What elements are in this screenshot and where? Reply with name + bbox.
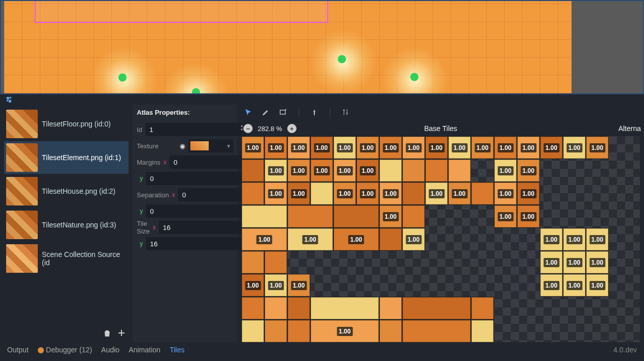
node-handle[interactable] [338, 55, 346, 63]
atlas-tile[interactable]: 1.00 [356, 159, 379, 182]
zoom-in-button[interactable]: + [287, 124, 296, 133]
atlas-tile[interactable]: 1.00 [356, 182, 379, 205]
source-item[interactable]: TilesetHouse.png (id:2) [4, 175, 129, 208]
atlas-tile[interactable] [379, 297, 402, 320]
atlas-tile[interactable] [379, 320, 402, 342]
node-handle[interactable] [410, 73, 418, 81]
atlas-tile[interactable]: 1.00 [425, 182, 448, 205]
atlas-tile[interactable]: 1.00 [517, 182, 540, 205]
viewport-2d[interactable] [0, 0, 644, 94]
atlas-tile[interactable]: 1.00 [494, 136, 517, 159]
select-tool[interactable] [244, 108, 253, 118]
atlas-tile[interactable]: 1.00 [586, 251, 609, 274]
atlas-tile[interactable] [471, 297, 494, 320]
debugger-tab[interactable]: Debugger (12) [38, 346, 92, 354]
atlas-tile[interactable] [402, 159, 425, 182]
atlas-tile[interactable] [241, 320, 264, 342]
atlas-tile[interactable]: 1.00 [471, 136, 494, 159]
atlas-tile[interactable] [402, 182, 425, 205]
settings-tool[interactable] [341, 108, 350, 118]
atlas-tile[interactable]: 1.00 [264, 182, 287, 205]
audio-tab[interactable]: Audio [101, 346, 119, 354]
margins-y-input[interactable]: ▲▼ [146, 172, 246, 185]
atlas-tile[interactable]: 1.00 [540, 136, 563, 159]
atlas-tile[interactable]: 1.00 [356, 136, 379, 159]
tile-h-input[interactable]: ▲▼ [146, 237, 246, 250]
atlas-tile[interactable]: 1.00 [379, 205, 402, 228]
atlas-tile[interactable] [425, 159, 448, 182]
atlas-tile[interactable]: 1.00 [379, 136, 402, 159]
atlas-tile[interactable] [333, 205, 379, 228]
source-item[interactable]: Scene Collection Source (id [4, 242, 129, 275]
atlas-tile[interactable]: 1.00 [540, 274, 563, 297]
texture-picker[interactable]: ▼ [188, 139, 233, 152]
atlas-tile[interactable] [241, 251, 264, 274]
atlas-tile[interactable]: 1.00 [333, 182, 356, 205]
atlas-tile[interactable]: 1.00 [264, 159, 287, 182]
atlas-tile[interactable]: 1.00 [586, 136, 609, 159]
atlas-tile[interactable]: 1.00 [310, 136, 333, 159]
atlas-tile[interactable] [241, 182, 264, 205]
output-tab[interactable]: Output [7, 346, 29, 354]
atlas-tile[interactable] [402, 320, 471, 342]
atlas-tile[interactable] [287, 297, 310, 320]
atlas-tile[interactable] [264, 320, 287, 342]
atlas-tile[interactable]: 1.00 [586, 274, 609, 297]
atlas-tile[interactable]: 1.00 [448, 182, 471, 205]
atlas-tile[interactable] [241, 205, 287, 228]
atlas-tile[interactable] [241, 159, 264, 182]
atlas-tile[interactable]: 1.00 [241, 274, 264, 297]
atlas-tile[interactable]: 1.00 [379, 182, 402, 205]
atlas-tile[interactable] [402, 297, 471, 320]
picker-tool[interactable] [310, 108, 318, 118]
atlas-tile[interactable]: 1.00 [402, 228, 425, 251]
atlas-tile[interactable] [310, 297, 379, 320]
atlas-tile[interactable]: 1.00 [494, 205, 517, 228]
atlas-tile[interactable] [448, 159, 471, 182]
atlas-tile[interactable]: 1.00 [425, 136, 448, 159]
atlas-tile[interactable]: 1.00 [563, 228, 586, 251]
atlas-tile[interactable] [287, 320, 310, 342]
atlas-tile[interactable]: 1.00 [310, 159, 333, 182]
atlas-tile[interactable] [264, 297, 287, 320]
paint-tool[interactable] [262, 108, 270, 118]
add-source-button[interactable] [117, 329, 126, 339]
atlas-tile[interactable]: 1.00 [517, 205, 540, 228]
source-item[interactable]: TilesetFloor.png (id:0) [4, 108, 129, 140]
atlas-tile[interactable] [264, 251, 287, 274]
atlas-tile[interactable]: 1.00 [402, 136, 425, 159]
atlas-tile[interactable] [379, 228, 402, 251]
atlas-tile[interactable] [402, 205, 425, 228]
atlas-tile[interactable] [471, 320, 494, 342]
atlas-tile[interactable] [310, 182, 333, 205]
atlas-tile[interactable]: 1.00 [310, 320, 379, 342]
atlas-tile[interactable]: 1.00 [333, 159, 356, 182]
animation-tab[interactable]: Animation [129, 346, 160, 354]
separation-y-input[interactable]: ▲▼ [146, 204, 246, 218]
rect-tool[interactable] [279, 108, 287, 118]
atlas-tile[interactable]: 1.00 [333, 136, 356, 159]
atlas-tile[interactable]: 1.00 [563, 251, 586, 274]
zoom-value[interactable]: 282.8 % [258, 125, 282, 133]
atlas-tile[interactable]: 1.00 [540, 228, 563, 251]
atlas-tile[interactable]: 1.00 [586, 228, 609, 251]
atlas-tile[interactable]: 1.00 [494, 182, 517, 205]
atlas-tile[interactable]: 1.00 [494, 159, 517, 182]
atlas-tile[interactable]: 1.00 [563, 274, 586, 297]
source-item[interactable]: TilesetNature.png (id:3) [4, 209, 129, 241]
zoom-out-button[interactable]: − [243, 124, 253, 133]
node-handle[interactable] [192, 88, 200, 94]
atlas-tile[interactable]: 1.00 [287, 228, 333, 251]
node-handle[interactable] [118, 73, 127, 82]
atlas-view[interactable]: 1.001.001.001.001.001.001.001.001.001.00… [241, 136, 640, 342]
tilemap-canvas[interactable] [4, 1, 572, 93]
atlas-tile[interactable]: 1.00 [287, 136, 310, 159]
atlas-tile[interactable]: 1.00 [287, 274, 310, 297]
atlas-tile[interactable]: 1.00 [287, 159, 310, 182]
atlas-tile[interactable] [287, 205, 333, 228]
atlas-tile[interactable]: 1.00 [264, 274, 287, 297]
id-input[interactable]: ▲▼ [145, 123, 246, 136]
atlas-tile[interactable]: 1.00 [517, 159, 540, 182]
tiles-tab[interactable]: Tiles [169, 346, 184, 354]
atlas-tile[interactable]: 1.00 [517, 136, 540, 159]
